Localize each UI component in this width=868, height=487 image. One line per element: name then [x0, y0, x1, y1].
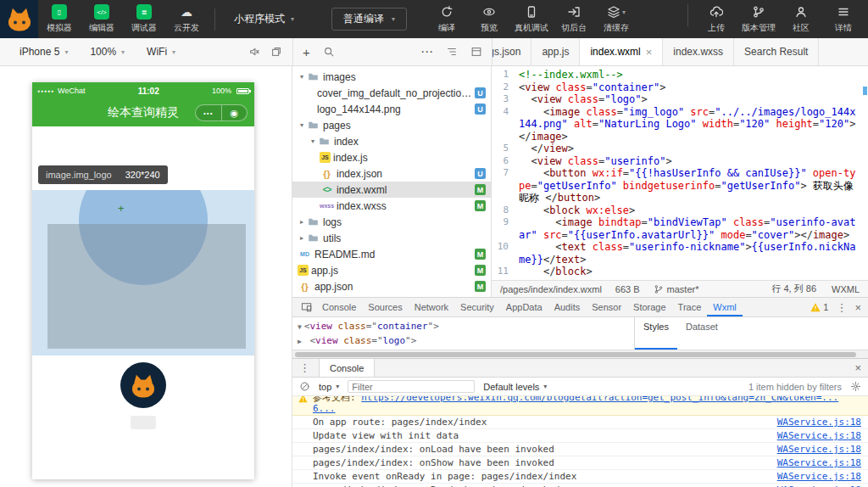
folder-caret-icon[interactable]: ▾ [298, 121, 306, 129]
tree-file-index-wxss[interactable]: wxssindex.wxssM [292, 198, 491, 214]
tree-file-logo-144x144-png[interactable]: logo_144x144.pngU [292, 101, 491, 117]
tab-search-result[interactable]: Search Result [734, 38, 819, 65]
devtools-tab-security[interactable]: Security [454, 298, 500, 316]
devtools-tab-trace[interactable]: Trace [672, 298, 708, 316]
tree-file-index-json[interactable]: {}index.jsonU [292, 165, 491, 182]
tree-file-index-js[interactable]: JSindex.js [292, 149, 491, 165]
outline-button[interactable] [446, 46, 458, 58]
version-control-button[interactable]: 版本管理 [737, 4, 780, 34]
devtools-tab-wxml[interactable]: Wxml [707, 298, 743, 316]
close-console-icon[interactable]: × [854, 361, 861, 374]
close-tab-icon[interactable]: × [646, 46, 653, 59]
mute-icon[interactable] [248, 46, 260, 58]
upload-button[interactable]: 上传 [695, 4, 737, 34]
scrollbar-thumb[interactable] [295, 352, 856, 357]
search-button[interactable] [323, 46, 335, 58]
zoom-dropdown[interactable]: 100% ▾ [79, 38, 136, 65]
simulator-toggle-button[interactable]: ▯ 模拟器 [38, 4, 81, 34]
tree-file-app-json[interactable]: {}app.jsonM [292, 278, 491, 294]
user-avatar[interactable] [0, 0, 38, 38]
more-button[interactable]: ⋯ [420, 44, 433, 59]
folder-caret-icon[interactable]: ▸ [298, 218, 306, 226]
tree-file-app-js[interactable]: JSapp.jsM [292, 262, 491, 278]
log-source-link[interactable]: WAService.js:18 [767, 471, 861, 482]
git-branch-indicator[interactable]: master* [654, 284, 699, 294]
code-content[interactable]: <image class="img_logo" src="../../image… [519, 106, 868, 143]
exit-target-icon[interactable]: ◉ [222, 105, 248, 120]
gear-icon[interactable] [850, 381, 861, 392]
folder-caret-icon[interactable]: ▾ [298, 73, 306, 81]
switch-background-button[interactable]: 切后台 [553, 4, 595, 34]
kebab-menu-icon[interactable]: ⋮ [299, 361, 310, 374]
code-content[interactable]: <view class="logo"> [519, 93, 868, 106]
clear-cache-button[interactable]: ▾ 清缓存 [595, 4, 637, 34]
warning-doc-link-cont[interactable]: 6... [313, 403, 336, 414]
tree-file-index-wxml[interactable]: <>index.wxmlM [292, 182, 491, 198]
tree-folder-index[interactable]: ▾index [292, 133, 491, 149]
execution-context-dropdown[interactable]: top ▾ [319, 382, 339, 392]
wxml-tree-node[interactable]: ▶ <view class="logo"> [298, 334, 634, 349]
devtools-tab-storage[interactable]: Storage [627, 298, 672, 316]
warning-doc-link[interactable]: https://developers.weixin.qq.com/blogdet… [361, 396, 838, 403]
language-mode[interactable]: WXML [832, 284, 860, 294]
mode-dropdown[interactable]: 小程序模式 ▾ [222, 12, 306, 26]
devtools-tab-audits[interactable]: Audits [548, 298, 587, 316]
wxml-tree-node[interactable]: ▼<view class="container"> [298, 320, 634, 334]
rotate-screen-icon[interactable] [270, 46, 282, 58]
clear-console-icon[interactable] [299, 381, 310, 392]
log-levels-dropdown[interactable]: Default levels ▾ [483, 382, 547, 392]
remote-debug-button[interactable]: 真机调试 [510, 4, 553, 34]
details-button[interactable]: 详情 [822, 4, 865, 34]
pane-tab-styles[interactable]: Styles [635, 317, 677, 350]
network-dropdown[interactable]: WiFi ▾ [136, 38, 186, 65]
code-content[interactable]: <image bindtap="bindViewTap" class="user… [519, 216, 868, 241]
devtools-tab-console[interactable]: Console [316, 298, 362, 316]
device-toolbar-icon[interactable] [301, 302, 313, 312]
preview-button[interactable]: 预览 [468, 4, 510, 34]
editor-toggle-button[interactable]: </> 编辑器 [81, 4, 123, 34]
devtools-tab-sensor[interactable]: Sensor [586, 298, 627, 316]
debugger-toggle-button[interactable]: ≣ 调试器 [123, 4, 165, 34]
tree-file-readme-md[interactable]: MDREADME.mdM [292, 246, 491, 262]
code-content[interactable]: <button wx:if="{{!hasUserInfo && canIUse… [519, 167, 868, 204]
folder-caret-icon[interactable]: ▸ [298, 234, 306, 242]
expand-caret-icon[interactable]: ▶ [298, 338, 302, 345]
tree-folder-images[interactable]: ▾images [292, 69, 491, 85]
capsule-menu[interactable]: ••• ◉ [195, 104, 248, 121]
tree-folder-logs[interactable]: ▸logs [292, 214, 491, 230]
tree-folder-pages[interactable]: ▾pages [292, 117, 491, 133]
folder-caret-icon[interactable]: ▾ [309, 137, 317, 145]
tab-index-wxml[interactable]: index.wxml × [580, 38, 663, 65]
collapse-panel-button[interactable] [470, 46, 482, 58]
devtools-tab-appdata[interactable]: AppData [500, 298, 548, 316]
logo-image[interactable]: + [32, 190, 254, 355]
compile-mode-dropdown[interactable]: 普通编译 ▾ [331, 8, 407, 31]
tree-folder-utils[interactable]: ▸utils [292, 230, 491, 246]
code-content[interactable]: <!--index.wxml--> [519, 69, 868, 81]
code-content[interactable]: <view class="container"> [519, 81, 868, 94]
community-button[interactable]: 社区 [780, 4, 822, 34]
close-devtools-icon[interactable]: × [854, 301, 861, 314]
new-file-button[interactable]: + [303, 45, 310, 59]
userinfo-avatar[interactable] [120, 362, 166, 408]
devtools-tab-network[interactable]: Network [409, 298, 454, 316]
log-source-link[interactable]: WAService.js:18 [767, 417, 861, 428]
code-area[interactable]: 1<!--index.wxml-->2<view class="containe… [492, 66, 868, 280]
log-source-link[interactable]: WAService.js:18 [767, 430, 861, 441]
tab-index-wxss[interactable]: index.wxss [663, 38, 734, 65]
pane-tab-dataset[interactable]: Dataset [677, 317, 726, 350]
log-source-link[interactable]: WAService.js:18 [767, 457, 861, 468]
kebab-menu-icon[interactable]: ⋮ [836, 301, 847, 314]
compile-button[interactable]: 编译 [426, 4, 468, 34]
devtools-tab-sources[interactable]: Sources [362, 298, 408, 316]
warning-counter[interactable]: 1 [810, 302, 828, 312]
code-content[interactable]: <view class="userinfo"> [519, 155, 868, 168]
code-content[interactable]: <text class="userinfo-nickname">{{userIn… [519, 241, 868, 266]
code-content[interactable]: <block wx:else> [519, 204, 868, 217]
tree-file-cover-img-default-no-projection-png[interactable]: cover_img_default_no_projection.pngU [292, 85, 491, 101]
code-content[interactable]: </view> [519, 143, 868, 155]
code-content[interactable]: </block> [519, 266, 868, 278]
console-filter-input[interactable] [348, 380, 475, 393]
tab-app-js[interactable]: app.js [531, 38, 580, 65]
console-tab[interactable]: Console [319, 359, 375, 377]
